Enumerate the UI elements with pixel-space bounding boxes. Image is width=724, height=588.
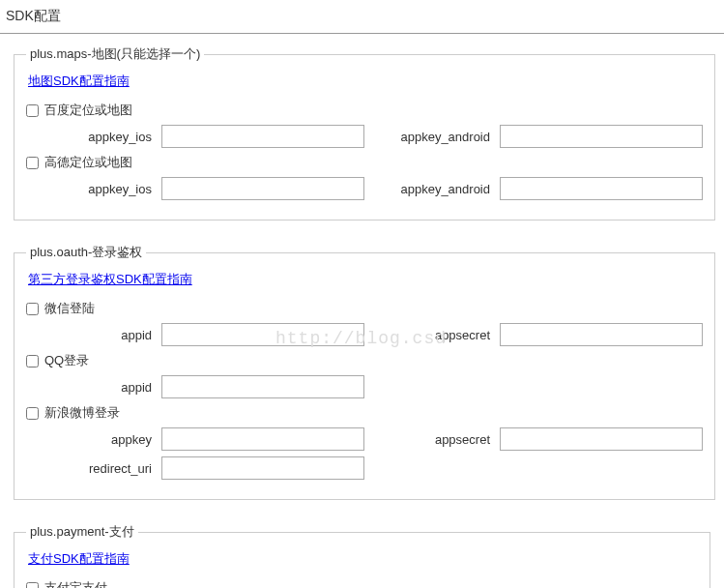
- wechat-appsecret-input[interactable]: [500, 323, 703, 346]
- section-oauth: plus.oauth-登录鉴权 http://blog.csd 第三方登录鉴权S…: [14, 244, 715, 500]
- weibo-redirect-label: redirect_uri: [26, 461, 161, 476]
- qq-login-fields: appid: [26, 375, 703, 398]
- page-title: SDK配置: [0, 0, 724, 34]
- qq-login-checkbox-row: QQ登录: [26, 352, 703, 369]
- weibo-redirect-row: redirect_uri: [26, 456, 703, 480]
- wechat-login-checkbox[interactable]: [26, 303, 39, 315]
- gaode-checkbox[interactable]: [26, 157, 39, 169]
- gaode-checkbox-label: 高德定位或地图: [44, 154, 132, 171]
- weibo-appkey-label: appkey: [26, 432, 161, 447]
- baidu-appkey-android-label: appkey_android: [393, 130, 500, 144]
- baidu-checkbox[interactable]: [26, 104, 39, 117]
- section-payment: plus.payment-支付 支付SDK配置指南 支付宝支付 微信支付: [14, 523, 710, 588]
- weibo-appsecret-input[interactable]: [500, 427, 703, 451]
- baidu-checkbox-label: 百度定位或地图: [44, 102, 132, 119]
- alipay-checkbox-row: 支付宝支付: [26, 579, 698, 588]
- gaode-appkey-ios-input[interactable]: [161, 177, 364, 200]
- wechat-appid-label: appid: [26, 328, 161, 342]
- qq-appid-label: appid: [26, 380, 161, 395]
- gaode-appkey-ios-label: appkey_ios: [26, 182, 161, 196]
- qq-appid-input[interactable]: [161, 375, 364, 398]
- wechat-login-checkbox-label: 微信登陆: [44, 300, 95, 317]
- weibo-appkey-row: appkey appsecret: [26, 427, 703, 451]
- alipay-checkbox[interactable]: [26, 582, 39, 589]
- alipay-checkbox-label: 支付宝支付: [44, 579, 107, 588]
- weibo-login-checkbox-label: 新浪微博登录: [44, 404, 120, 422]
- weibo-appsecret-label: appsecret: [393, 432, 500, 447]
- wechat-appsecret-label: appsecret: [393, 328, 500, 342]
- oauth-guide-link[interactable]: 第三方登录鉴权SDK配置指南: [28, 271, 192, 288]
- qq-login-checkbox-label: QQ登录: [44, 352, 89, 369]
- content-area: plus.maps-地图(只能选择一个) 地图SDK配置指南 百度定位或地图 a…: [0, 34, 724, 588]
- wechat-login-checkbox-row: 微信登陆: [26, 300, 703, 317]
- baidu-checkbox-row: 百度定位或地图: [26, 102, 703, 119]
- baidu-fields: appkey_ios appkey_android: [26, 125, 703, 148]
- gaode-appkey-android-label: appkey_android: [393, 182, 500, 196]
- gaode-checkbox-row: 高德定位或地图: [26, 154, 703, 171]
- weibo-appkey-input[interactable]: [161, 427, 364, 451]
- section-maps: plus.maps-地图(只能选择一个) 地图SDK配置指南 百度定位或地图 a…: [14, 45, 715, 220]
- gaode-appkey-android-input[interactable]: [500, 177, 703, 200]
- baidu-appkey-android-input[interactable]: [500, 125, 703, 148]
- baidu-appkey-ios-input[interactable]: [161, 125, 364, 148]
- weibo-redirect-input[interactable]: [161, 456, 364, 480]
- gaode-fields: appkey_ios appkey_android: [26, 177, 703, 200]
- baidu-appkey-ios-label: appkey_ios: [26, 130, 161, 144]
- weibo-login-checkbox-row: 新浪微博登录: [26, 404, 703, 422]
- section-maps-legend: plus.maps-地图(只能选择一个): [26, 45, 204, 63]
- section-oauth-legend: plus.oauth-登录鉴权: [26, 244, 146, 261]
- wechat-login-fields: appid appsecret: [26, 323, 703, 346]
- section-payment-legend: plus.payment-支付: [26, 523, 138, 541]
- weibo-login-checkbox[interactable]: [26, 407, 39, 420]
- wechat-appid-input[interactable]: [161, 323, 364, 346]
- payment-guide-link[interactable]: 支付SDK配置指南: [28, 550, 130, 568]
- maps-guide-link[interactable]: 地图SDK配置指南: [28, 73, 130, 90]
- qq-login-checkbox[interactable]: [26, 355, 39, 368]
